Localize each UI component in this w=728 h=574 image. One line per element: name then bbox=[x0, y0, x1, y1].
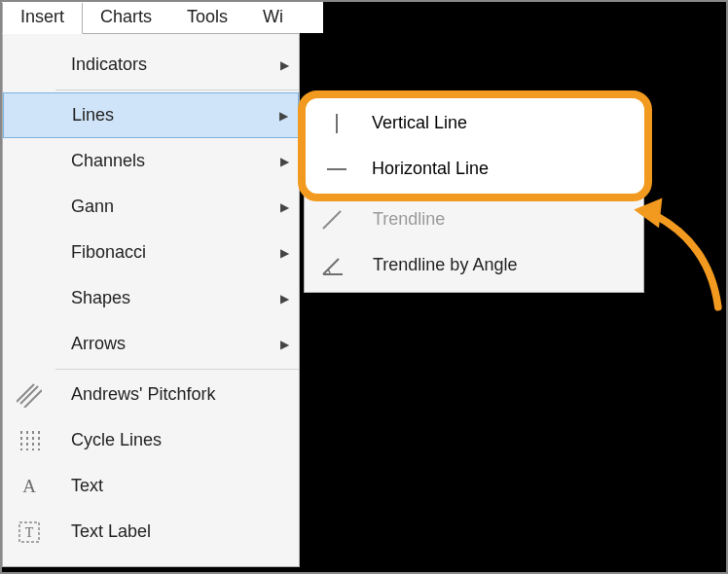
menu-item-indicators[interactable]: Indicators ▶ bbox=[3, 42, 299, 88]
menu-item-label: Arrows bbox=[71, 334, 126, 353]
menu-item-fibonacci[interactable]: Fibonacci ▶ bbox=[3, 230, 299, 275]
submenu-arrow-icon: ▶ bbox=[269, 109, 298, 123]
menu-insert[interactable]: Insert bbox=[2, 3, 83, 34]
menu-item-label: Gann bbox=[71, 197, 114, 216]
menu-charts[interactable]: Charts bbox=[83, 2, 169, 33]
pitchfork-icon bbox=[17, 382, 42, 408]
menu-item-shapes[interactable]: Shapes ▶ bbox=[3, 275, 299, 321]
menu-tools[interactable]: Tools bbox=[169, 2, 245, 33]
insert-dropdown: Indicators ▶ Lines ▶ Channels ▶ Gann ▶ F… bbox=[2, 33, 300, 567]
menu-item-gann[interactable]: Gann ▶ bbox=[3, 184, 299, 230]
submenu-item-trendline[interactable]: Trendline bbox=[305, 197, 643, 242]
menu-item-cycle-lines[interactable]: Cycle Lines bbox=[3, 417, 299, 463]
menu-item-label: Cycle Lines bbox=[71, 430, 162, 449]
submenu-label: Vertical Line bbox=[373, 118, 468, 137]
menu-item-channels[interactable]: Channels ▶ bbox=[3, 138, 299, 184]
submenu-arrow-icon: ▶ bbox=[270, 58, 299, 72]
angle-icon bbox=[319, 253, 345, 278]
menu-item-text-label[interactable]: T Text Label bbox=[3, 509, 299, 555]
trendline-icon bbox=[319, 207, 345, 233]
menu-item-lines[interactable]: Lines ▶ bbox=[3, 92, 299, 138]
menu-item-andrews-pitchfork[interactable]: Andrews' Pitchfork bbox=[3, 372, 299, 417]
vertical-line-icon bbox=[319, 116, 345, 141]
menu-separator bbox=[55, 369, 299, 370]
lines-submenu: Vertical Line Horizontal Line Trendline … bbox=[304, 100, 644, 293]
submenu-item-vertical-line[interactable]: Vertical Line bbox=[305, 105, 643, 151]
menu-item-arrows[interactable]: Arrows ▶ bbox=[3, 321, 299, 367]
submenu-arrow-icon: ▶ bbox=[270, 155, 299, 168]
text-icon: A bbox=[22, 476, 36, 497]
menu-item-label: Channels bbox=[71, 151, 145, 170]
menu-item-text[interactable]: A Text bbox=[3, 463, 299, 509]
svg-line-11 bbox=[323, 211, 341, 229]
submenu-label: Trendline bbox=[373, 209, 445, 229]
menubar: Insert Charts Tools Wi bbox=[2, 2, 323, 33]
submenu-label: Trendline by Angle bbox=[373, 255, 517, 274]
submenu-arrow-icon: ▶ bbox=[270, 292, 299, 305]
menu-item-label: Shapes bbox=[71, 288, 130, 307]
menu-item-label: Andrews' Pitchfork bbox=[71, 384, 216, 404]
submenu-item-horizontal-line[interactable]: Horizontal Line bbox=[305, 151, 643, 197]
menu-separator bbox=[55, 90, 299, 90]
menu-item-label: Lines bbox=[72, 105, 114, 125]
menu-label: Tools bbox=[187, 7, 228, 27]
menu-item-label: Text bbox=[71, 476, 103, 495]
menu-item-label: Indicators bbox=[71, 54, 147, 74]
horizontal-line-icon bbox=[319, 161, 345, 187]
svg-text:T: T bbox=[25, 525, 34, 540]
svg-line-13 bbox=[323, 259, 339, 274]
submenu-arrow-icon: ▶ bbox=[270, 246, 299, 260]
menu-label: Wi bbox=[263, 7, 283, 27]
menu-item-label: Fibonacci bbox=[71, 242, 146, 262]
submenu-arrow-icon: ▶ bbox=[270, 200, 299, 214]
submenu-arrow-icon: ▶ bbox=[270, 338, 299, 351]
submenu-label: Horizontal Line bbox=[373, 163, 490, 183]
menu-label: Charts bbox=[100, 7, 152, 27]
menu-window-partial[interactable]: Wi bbox=[245, 2, 291, 33]
menu-label: Insert bbox=[20, 7, 64, 27]
cycle-lines-icon bbox=[17, 428, 42, 453]
submenu-item-trendline-by-angle[interactable]: Trendline by Angle bbox=[305, 242, 643, 288]
text-label-icon: T bbox=[17, 520, 42, 545]
menu-item-label: Text Label bbox=[71, 521, 151, 541]
